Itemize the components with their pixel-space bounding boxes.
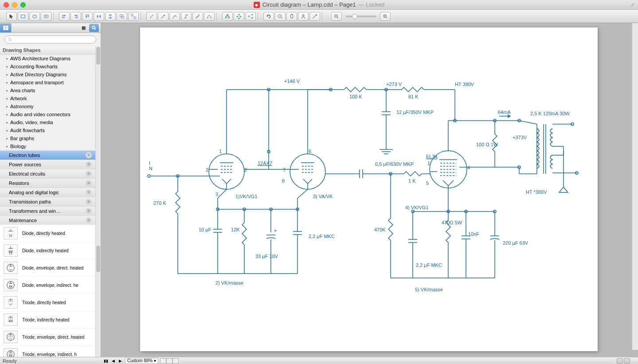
ungroup-tool[interactable] (128, 12, 139, 21)
org-layout-tool[interactable] (234, 12, 244, 21)
search-input[interactable] (14, 37, 93, 42)
remove-icon[interactable]: × (86, 208, 92, 214)
svg-rect-37 (238, 18, 240, 19)
category-accounting[interactable]: Accounting flowcharts (0, 63, 95, 70)
svg-text:12K: 12K (231, 227, 240, 232)
remove-icon[interactable]: × (86, 180, 92, 186)
minimize-window-button[interactable] (12, 2, 17, 8)
category-ad[interactable]: Active Directory Diagrams (0, 70, 95, 78)
shape-diode-env-direct[interactable]: Diode, envelope, direct. heated (0, 259, 95, 277)
category-artwork[interactable]: Artwork (0, 94, 95, 102)
remove-icon[interactable]: × (86, 189, 92, 196)
svg-rect-27 (227, 14, 228, 15)
svg-rect-13 (86, 15, 87, 17)
shape-triode-direct[interactable]: Triode, directly heated (0, 294, 95, 311)
category-astronomy[interactable]: Astronomy (0, 102, 95, 110)
pinned-power-sources[interactable]: Power sources× (0, 160, 95, 169)
shape-diode-indirect[interactable]: Diode, indirectly heated (0, 242, 95, 259)
svg-text:I: I (149, 160, 150, 166)
ellipse-tool[interactable] (29, 12, 40, 21)
pinned-transmission[interactable]: Transmission paths× (0, 197, 95, 206)
smart-connector-tool[interactable] (192, 12, 203, 21)
remove-icon[interactable]: × (86, 161, 92, 168)
category-bar[interactable]: Bar graphs (0, 134, 95, 142)
zoom-in-button[interactable] (380, 12, 391, 21)
text-tool[interactable] (41, 12, 51, 21)
svg-rect-54 (3, 28, 5, 30)
shape-triode-env-direct[interactable]: Triode, envelope, direct. heated (0, 329, 95, 346)
pinned-maintenance[interactable]: Maintenance× (0, 215, 95, 225)
shape-triode-env-indirect[interactable]: Triode, envelope, indirect. h (0, 346, 95, 357)
tree-layout-tool[interactable] (222, 12, 233, 21)
category-area[interactable]: Area charts (0, 86, 95, 94)
pinned-transformers[interactable]: Transformers and win…× (0, 206, 95, 215)
svg-point-44 (316, 14, 317, 16)
align-right-tool[interactable] (70, 12, 81, 21)
remove-icon[interactable]: × (86, 152, 92, 158)
shape-diode-direct[interactable]: Diode, directly heated (0, 225, 95, 242)
rect-tool[interactable] (18, 12, 28, 21)
pan-tool[interactable] (286, 12, 297, 21)
scrollbar-thumb[interactable] (96, 246, 100, 272)
pinned-analog[interactable]: Analog and digital logic× (0, 188, 95, 197)
curve-tool[interactable] (169, 12, 180, 21)
svg-text:100 Ω 1W: 100 Ω 1W (476, 142, 498, 147)
pinned-electron-tubes[interactable]: Electron tubes× (0, 150, 95, 160)
shape-triode-indirect[interactable]: Triode, indirectly heated (0, 311, 95, 329)
zoom-slider[interactable] (345, 16, 376, 17)
svg-text:+273 V: +273 V (386, 82, 402, 87)
refresh-tool[interactable] (263, 12, 274, 21)
canvas[interactable]: I N 270 K 1 2 2 (101, 23, 638, 357)
zoom-window-button[interactable] (20, 2, 26, 8)
search-toggle[interactable] (89, 24, 99, 32)
pinned-electrical[interactable]: Electrical circuits× (0, 169, 95, 178)
svg-rect-23 (131, 14, 133, 16)
arrow-tool[interactable] (158, 12, 168, 21)
zoom-out-button[interactable] (331, 12, 342, 21)
category-audit[interactable]: Audit flowcharts (0, 126, 95, 134)
scrollbar-thumb[interactable] (96, 47, 100, 65)
align-top-tool[interactable] (82, 12, 93, 21)
person-tool[interactable] (298, 12, 309, 21)
svg-text:+373V: +373V (513, 135, 527, 140)
grid-view-toggle[interactable]: ▦ (79, 24, 87, 31)
wheel-icon[interactable] (624, 358, 630, 364)
fullscreen-icon[interactable]: ⤢ (631, 2, 634, 7)
distribute-h-tool[interactable] (94, 12, 104, 21)
wheel-icon[interactable] (617, 358, 623, 364)
zoom-tool[interactable] (275, 12, 286, 21)
view-mode-icons[interactable] (160, 358, 179, 364)
nav-next[interactable]: ▶ (117, 358, 123, 364)
sidebar-scrollbar[interactable] (95, 46, 101, 357)
search-box[interactable] (4, 35, 96, 43)
library-tab[interactable] (0, 23, 12, 32)
category-audio-media[interactable]: Audio, video, media (0, 118, 95, 126)
bezier-tool[interactable] (204, 12, 215, 21)
distribute-v-tool[interactable] (105, 12, 116, 21)
svg-text:5: 5 (426, 180, 429, 186)
nav-prev[interactable]: ◀ (110, 358, 116, 364)
group-tool[interactable] (117, 12, 127, 21)
page[interactable]: I N 270 K 1 2 2 (140, 27, 598, 351)
category-aerospace[interactable]: Aerospace and transport (0, 78, 95, 86)
nav-pause[interactable]: ▮▮ (103, 358, 109, 364)
pinned-resistors[interactable]: Resistors× (0, 178, 95, 188)
zoom-slider-thumb[interactable] (352, 14, 357, 19)
svg-point-58 (8, 38, 11, 41)
remove-icon[interactable]: × (86, 171, 92, 177)
category-biology[interactable]: Biology (0, 142, 95, 150)
hierarchy-layout-tool[interactable] (245, 12, 256, 21)
pointer-tool[interactable] (6, 12, 17, 21)
eyedropper-tool[interactable] (309, 12, 320, 21)
connector-tool[interactable] (181, 12, 192, 21)
zoom-select[interactable]: Custom 88% ▾ (125, 358, 158, 364)
vertical-scrollbar[interactable] (632, 23, 638, 350)
remove-icon[interactable]: × (86, 217, 92, 223)
category-audio-connectors[interactable]: Audio and video connectors (0, 110, 95, 118)
align-left-tool[interactable] (59, 12, 70, 21)
remove-icon[interactable]: × (86, 199, 92, 205)
line-tool[interactable] (146, 12, 157, 21)
shape-diode-env-indirect[interactable]: Diode, envelope, indirect. he (0, 277, 95, 294)
category-aws[interactable]: AWS Architecture Diagrams (0, 55, 95, 63)
close-window-button[interactable] (4, 2, 9, 8)
